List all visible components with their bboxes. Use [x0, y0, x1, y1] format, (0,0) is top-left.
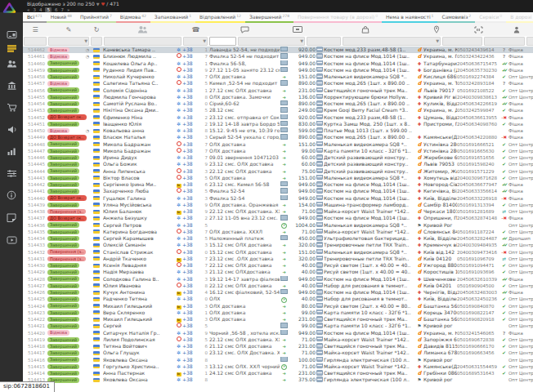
table-row[interactable]: 514431Повернення (з..Андрій Ткаченкоlc+3…	[23, 256, 533, 262]
phone-link[interactable]: +38	[182, 53, 200, 60]
tab-Запакований[interactable]: Запакований1	[150, 12, 195, 23]
table-row[interactable]: 514413ЗавершенийЯковлева Оксана✲+388➔375…	[23, 376, 533, 383]
phone-link[interactable]: +38	[182, 276, 200, 283]
table-row[interactable]: 514462Відмова◔Каневська Тамара ..✲+381Ла…	[23, 47, 533, 53]
phone-link[interactable]: +38	[182, 363, 200, 370]
tab-Відмова[interactable]: Відмова42	[116, 12, 150, 23]
table-row[interactable]: 514445ЗавершенийОльга Божик✲+38923.12 см…	[23, 161, 533, 167]
ttn-filter[interactable]	[484, 37, 525, 46]
table-row[interactable]: 514438Повернення (з..Юлия Баланюкlc+3892…	[23, 208, 533, 215]
table-row[interactable]: 514439ЗавершенийУляна Мусійовська✲+389ОЛ…	[23, 202, 533, 208]
phone-link[interactable]: +38	[182, 222, 200, 229]
app-logo-icon[interactable]	[2, 1, 16, 16]
sidebar-users-icon[interactable]	[0, 56, 23, 71]
table-row[interactable]: 514434ЗавершенийСергей Карамышев✲+385Нал…	[23, 235, 533, 242]
table-row[interactable]: 514446ЗавершенийИрина Дидух✲+38709.01 зв…	[23, 154, 533, 161]
table-row[interactable]: 514448ЗавершенийМикола Бадражан+387ОЛХ д…	[23, 141, 533, 148]
sidebar-info-icon[interactable]	[0, 188, 23, 203]
address-column-header[interactable]	[415, 23, 457, 36]
pager-first-button[interactable]: «	[27, 7, 29, 12]
phone-link[interactable]: +38	[182, 60, 200, 67]
phone-link[interactable]: +38	[182, 235, 200, 242]
table-row[interactable]: 514418ЗавершенийТетяна Войтович✲+38621.1…	[23, 343, 533, 350]
phone-link[interactable]: +38	[182, 47, 200, 53]
range-dropdown-caret[interactable]: ▼	[96, 2, 100, 7]
phone-filter[interactable]: ▼	[183, 37, 208, 46]
phone-link[interactable]: +38	[182, 262, 200, 269]
phone-link[interactable]: +38	[182, 249, 200, 256]
table-row[interactable]: 514441ЗавершенийЗахарченко Люба+385Фиалк…	[23, 188, 533, 194]
address-filter[interactable]	[442, 37, 482, 46]
phone-link[interactable]: +38	[182, 107, 200, 114]
table-row[interactable]: 514444ЗавершенийАнна Липенська+38322.12 …	[23, 168, 533, 175]
phone-link[interactable]: +38	[182, 323, 200, 329]
table-row[interactable]: 514430ЗавершенийКсенія Левадняя+38722.12…	[23, 262, 533, 269]
pager-page-4[interactable]: 4	[39, 7, 43, 12]
phone-link[interactable]: +38	[182, 310, 200, 316]
id-column-header[interactable]: ☰	[23, 23, 47, 36]
sidebar-sticker-icon[interactable]	[0, 210, 23, 225]
pager-last-button[interactable]: »	[67, 7, 69, 12]
phone-link[interactable]: +38	[182, 121, 200, 127]
table-row[interactable]: 514432Повернення (з..Станіслав Стрижак+3…	[23, 249, 533, 256]
pager-page-7[interactable]: 7	[60, 7, 64, 12]
phone-link[interactable]: +38	[182, 195, 200, 202]
comment-filter[interactable]: ▼	[238, 37, 305, 46]
table-row[interactable]: 514428ЗавершенийСолодкова Галина В..✲+38…	[23, 276, 533, 283]
phone-link[interactable]: +38	[182, 370, 200, 376]
sidebar-cart-icon[interactable]	[0, 100, 23, 115]
table-row[interactable]: 514450Відмова◔Ковальова анна✲+38815.12. …	[23, 127, 533, 134]
phone-link[interactable]: +38	[182, 80, 200, 87]
product-filter[interactable]: ▼	[343, 37, 441, 46]
table-row[interactable]: 514449ДО Возврат ок..Власюк Наталья✲+383…	[23, 134, 533, 140]
phone-link[interactable]: +38	[182, 154, 200, 161]
table-row[interactable]: 514427ЗавершенийЮлия Иванова+38822.12 см…	[23, 283, 533, 289]
table-row[interactable]: 514440ДО Возврат ок..Гуцалюк Галина✲+383…	[23, 195, 533, 202]
table-row[interactable]: 514416ЗавершенийЯковлева Оксана✲+388100.…	[23, 357, 533, 363]
source-column-header[interactable]	[499, 23, 533, 36]
ttn-column-header[interactable]	[457, 23, 499, 36]
table-row[interactable]: 514421ЗавершенийСергей+38599.00Карта пам…	[23, 323, 533, 329]
table-row[interactable]: 514417ЗавершенийОльга Глущук✲+38023.12 с…	[23, 350, 533, 356]
tab-Самовивіз[interactable]: Самовивіз2	[437, 12, 475, 23]
tab-Всі[interactable]: Всі471	[23, 12, 47, 23]
tab-Нема в наявності[interactable]: Нема в наявності1	[382, 12, 437, 23]
pager-page-6[interactable]: 6	[55, 7, 58, 12]
sidebar-megaphone-icon[interactable]	[0, 122, 23, 137]
table-row[interactable]: 514433ЗавершенийОлексій Семанін✲+38315.1…	[23, 242, 533, 248]
source-filter[interactable]	[526, 37, 533, 46]
table-row[interactable]: 514447ЗавершенийМикола Бадражан+387ОЛХ д…	[23, 148, 533, 154]
tab-Відправлений[interactable]: Відправлений12	[195, 12, 245, 23]
client-column-header[interactable]	[103, 23, 182, 36]
phone-link[interactable]: +38	[182, 242, 200, 248]
phone-link[interactable]: +38	[182, 256, 200, 262]
table-row[interactable]: 514423ЗавершенийВера Скляренко✲+381ОЛХ д…	[23, 310, 533, 316]
table-row[interactable]: 514460ЗавершенийКошелева Ольга Ар..✲+381…	[23, 60, 533, 67]
phone-link[interactable]: +38	[182, 67, 200, 74]
payment-column-header[interactable]	[280, 23, 316, 36]
table-row[interactable]: 514420ВідмоваСитарчук Наталія Гр..✲+389Ч…	[23, 330, 533, 336]
table-row[interactable]: 514455ЗавершенийЛюдмила Гончарова✲+388ОЛ…	[23, 94, 533, 100]
phone-link[interactable]: +38	[182, 100, 200, 107]
payment-filter[interactable]	[307, 37, 341, 46]
table-row[interactable]: 514459ЗавершенийРуденко Лидия Пав..+3892…	[23, 67, 533, 74]
phone-link[interactable]: +38	[182, 376, 200, 383]
phone-link[interactable]: +38	[182, 350, 200, 356]
phone-link[interactable]: +38	[182, 134, 200, 140]
tab-Новий[interactable]: Новий48	[47, 12, 76, 23]
status-filter[interactable]: ▼	[48, 37, 89, 46]
phone-link[interactable]: +38	[182, 202, 200, 208]
client-filter[interactable]	[104, 37, 181, 46]
phone-link[interactable]: +38	[182, 316, 200, 323]
sidebar-video-icon[interactable]	[0, 232, 23, 247]
phone-link[interactable]: +38	[182, 127, 200, 134]
product-column-header[interactable]	[316, 23, 415, 36]
table-row[interactable]: 514457ВідмоваСалегина Татьяна С..+385Кем…	[23, 80, 533, 87]
tab-Прийнятий[interactable]: Прийнятий7	[76, 12, 116, 23]
phone-link[interactable]: +38	[182, 114, 200, 121]
phone-link[interactable]: +38	[182, 296, 200, 302]
phone-link[interactable]: +38	[182, 208, 200, 215]
phone-link[interactable]: +38	[182, 94, 200, 100]
table-row[interactable]: 514422ЗавершенийМихаил Гилецькийlc+383ОЛ…	[23, 316, 533, 323]
tab-Завершений[interactable]: Завершений278	[245, 12, 293, 23]
